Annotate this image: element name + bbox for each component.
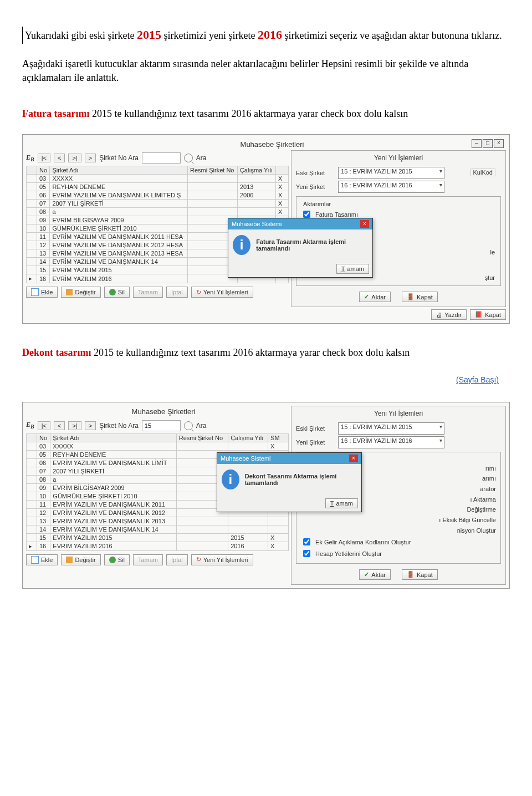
yeni-sirket-label: Yeni Şirket bbox=[296, 439, 335, 446]
door-icon: 🚪 bbox=[407, 293, 415, 300]
checkbox-fragment: ı Eksik Bilgi Güncelle bbox=[301, 515, 496, 525]
sirket-no-ara-label: Şirket No Ara bbox=[99, 154, 139, 162]
app-logo-icon bbox=[228, 139, 241, 149]
sayfa-basi-link[interactable]: (Sayfa Başı) bbox=[456, 375, 499, 384]
msgbox-title: Muhasebe Sistemi bbox=[232, 221, 282, 227]
ekle-button[interactable]: Ekle bbox=[26, 554, 58, 565]
sil-button[interactable]: Sil bbox=[104, 287, 130, 298]
header-sirket-adi: Şirket Adı bbox=[50, 433, 176, 442]
kapat-button[interactable]: 🚪Kapat bbox=[402, 569, 438, 580]
header-calisma-yili: Çalışma Yılı bbox=[237, 166, 275, 175]
app-logo-icon bbox=[120, 407, 132, 417]
row-marker-header bbox=[27, 166, 37, 175]
maximize-icon[interactable]: □ bbox=[483, 139, 493, 148]
eski-sirket-select[interactable]: 15 : EVRİM YAZILIM 2015 bbox=[338, 167, 444, 179]
delete-icon bbox=[109, 289, 116, 295]
nav-first-button[interactable]: |< bbox=[38, 154, 50, 162]
nav-prev-button[interactable]: < bbox=[54, 421, 65, 430]
kulkod-label: KulKod bbox=[470, 169, 495, 176]
sirket-no-input[interactable] bbox=[142, 420, 181, 431]
msgbox-ok-button[interactable]: TTamamamam bbox=[336, 264, 369, 274]
table-row: 15EVRİM YAZILIM 20152015X bbox=[27, 533, 289, 542]
yazdir-button[interactable]: 🖨Yazdır bbox=[431, 309, 467, 320]
year-new: 2016 bbox=[258, 28, 282, 42]
add-icon bbox=[31, 288, 39, 296]
iptal-button[interactable]: İptal bbox=[166, 287, 188, 298]
exit-icon: 📕 bbox=[475, 311, 483, 318]
ara-button[interactable]: Ara bbox=[196, 422, 207, 430]
ek-gelir-checkbox[interactable] bbox=[303, 538, 310, 545]
table-row: 072007 YILI ŞİRKETİX bbox=[27, 200, 289, 208]
check-icon: ✓ bbox=[364, 571, 369, 578]
message-box: Muhasebe Sistemi × i Dekont Tasarımı Akt… bbox=[217, 452, 362, 512]
table-row: 06EVRİM YAZILIM VE DANIŞMANLIK LİMİTED Ş… bbox=[27, 191, 289, 200]
yeni-yil-button[interactable]: ↻Yeni Yıl İşlemleri bbox=[191, 554, 253, 565]
window-title: Muhasebe Şirketleri bbox=[132, 407, 196, 416]
msgbox-close-button[interactable]: × bbox=[360, 220, 369, 228]
check-icon: ✓ bbox=[364, 293, 369, 300]
screenshot-1: Muhasebe Şirketleri – □ × EB |< < >| > Ş… bbox=[22, 134, 510, 324]
checkbox-fragment: le bbox=[490, 249, 495, 256]
eski-sirket-label: Eski Şirket bbox=[296, 425, 335, 432]
fatura-label: Fatura tasarımı bbox=[22, 108, 89, 119]
ara-button[interactable]: Ara bbox=[196, 154, 207, 162]
refresh-icon: ↻ bbox=[196, 289, 201, 296]
nav-first-button[interactable]: |< bbox=[38, 421, 50, 430]
table-row: 08aX bbox=[27, 208, 289, 216]
msgbox-ok-button[interactable]: Tamam bbox=[325, 498, 358, 508]
info-icon: i bbox=[233, 235, 250, 255]
tamam-button[interactable]: Tamam bbox=[133, 554, 163, 565]
nav-last-button[interactable]: > bbox=[85, 421, 96, 430]
header-no: No bbox=[37, 166, 50, 175]
aktar-button[interactable]: ✓Aktar bbox=[359, 292, 391, 302]
info-icon: i bbox=[222, 470, 239, 489]
degistir-button[interactable]: Değiştir bbox=[61, 554, 100, 565]
sirket-no-input[interactable] bbox=[142, 152, 181, 164]
refresh-icon: ↻ bbox=[196, 556, 201, 563]
intro-text-c: şirketimizi yeni şirkete bbox=[163, 30, 257, 41]
eski-sirket-select[interactable]: 15 : EVRİM YAZILIM 2015 bbox=[338, 422, 444, 435]
tamam-button[interactable]: Tamam bbox=[133, 287, 163, 298]
header-resmi-sirket-no: Resmi Şirket No bbox=[176, 433, 228, 442]
window-titlebar: Muhasebe Şirketleri bbox=[26, 406, 289, 418]
app-brand-icon: EB bbox=[26, 154, 34, 162]
header-x bbox=[276, 166, 289, 175]
ekle-button[interactable]: Ekle bbox=[26, 287, 58, 298]
msgbox-text: Dekont Tasarımı Aktarma işlemi tamamland… bbox=[245, 473, 357, 486]
iptal-button[interactable]: İptal bbox=[166, 554, 188, 565]
kapat-main-button[interactable]: 📕Kapat bbox=[470, 309, 506, 320]
sil-button[interactable]: Sil bbox=[104, 554, 130, 565]
message-box: Muhasebe Sistemi × i Fatura Tasarımı Akt… bbox=[228, 218, 373, 278]
minimize-icon[interactable]: – bbox=[472, 139, 482, 148]
delete-icon bbox=[109, 557, 116, 563]
year-old: 2015 bbox=[137, 28, 161, 42]
yeni-sirket-select[interactable]: 16 : EVRİM YAZILIM 2016 bbox=[338, 181, 444, 193]
app-brand-icon: EB bbox=[26, 421, 34, 430]
sayfa-basi-link-wrap: (Sayfa Başı) bbox=[22, 374, 499, 385]
table-row: 13EVRİM YAZILIM VE DANIŞMANLIK 2013 bbox=[27, 517, 289, 525]
dekont-rest: 2015 te kullandığınız text tasarımı 2016… bbox=[94, 347, 410, 358]
intro-paragraph-2: Aşağıdaki işaretli kutucuklar aktarım sı… bbox=[22, 57, 510, 85]
header-sirket-adi: Şirket Adı bbox=[50, 166, 188, 175]
yeni-sirket-select[interactable]: 16 : EVRİM YAZILIM 2016 bbox=[338, 436, 444, 448]
checkbox-fragment: ştur bbox=[485, 274, 495, 281]
hesap-yetki-checkbox[interactable] bbox=[303, 550, 310, 557]
close-icon[interactable]: × bbox=[494, 139, 504, 148]
edit-icon bbox=[66, 557, 73, 563]
nav-next-button[interactable]: >| bbox=[68, 421, 81, 430]
fatura-tasarimi-checkbox[interactable] bbox=[303, 211, 310, 218]
degistir-button[interactable]: Değiştir bbox=[61, 287, 100, 298]
nav-prev-button[interactable]: < bbox=[54, 154, 65, 162]
msgbox-close-button[interactable]: × bbox=[349, 455, 358, 462]
yeni-yil-button[interactable]: ↻Yeni Yıl İşlemleri bbox=[191, 287, 253, 298]
kapat-button[interactable]: 🚪Kapat bbox=[402, 292, 438, 302]
header-sm: SM bbox=[268, 433, 289, 442]
aktar-button[interactable]: ✓Aktar bbox=[359, 569, 391, 580]
panel-title: Yeni Yıl İşlemleri bbox=[296, 409, 501, 421]
nav-last-button[interactable]: > bbox=[85, 154, 96, 162]
checkbox-fragment: nisyon Oluştur bbox=[301, 525, 496, 536]
search-icon bbox=[184, 421, 193, 430]
header-no: No bbox=[37, 433, 50, 442]
edit-icon bbox=[66, 289, 73, 295]
nav-next-button[interactable]: >| bbox=[68, 154, 81, 162]
